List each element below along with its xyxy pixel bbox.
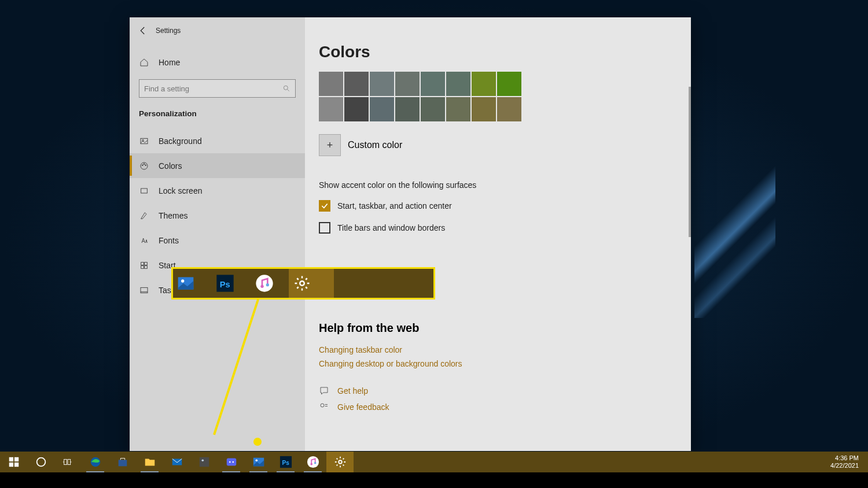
color-swatch[interactable] bbox=[370, 97, 394, 121]
color-swatch[interactable] bbox=[472, 97, 496, 121]
folder-icon bbox=[144, 456, 156, 468]
svg-point-50 bbox=[310, 463, 312, 465]
fonts-icon bbox=[139, 235, 149, 246]
discord-icon bbox=[225, 456, 238, 468]
svg-rect-30 bbox=[9, 463, 13, 467]
svg-text:Ps: Ps bbox=[282, 460, 289, 466]
search-input[interactable] bbox=[144, 84, 282, 93]
svg-rect-38 bbox=[118, 460, 127, 466]
clock-time: 4:36 PM bbox=[830, 454, 859, 462]
svg-point-49 bbox=[307, 456, 318, 468]
chat-icon bbox=[319, 386, 329, 396]
get-help-row[interactable]: Get help bbox=[319, 386, 691, 396]
checkbox-icon-unchecked bbox=[319, 222, 330, 234]
color-swatch[interactable] bbox=[370, 72, 394, 96]
color-swatch[interactable] bbox=[472, 72, 496, 96]
svg-point-43 bbox=[229, 461, 230, 463]
svg-rect-14 bbox=[145, 262, 148, 265]
color-swatch[interactable] bbox=[319, 72, 343, 96]
color-swatch[interactable] bbox=[395, 97, 420, 121]
nav-background[interactable]: Background bbox=[130, 128, 305, 153]
color-swatch[interactable] bbox=[344, 97, 369, 121]
photos-button[interactable] bbox=[245, 452, 272, 472]
discord-button[interactable] bbox=[218, 452, 245, 472]
color-swatch[interactable] bbox=[446, 97, 470, 121]
search-box[interactable] bbox=[139, 79, 296, 98]
callout-photoshop-icon: Ps bbox=[215, 273, 236, 294]
start-button[interactable] bbox=[0, 452, 27, 472]
circle-icon bbox=[35, 456, 47, 468]
color-swatch[interactable] bbox=[319, 97, 343, 121]
svg-point-10 bbox=[144, 163, 145, 164]
nav-colors[interactable]: Colors bbox=[130, 153, 305, 178]
task-view-icon bbox=[62, 456, 75, 468]
svg-point-11 bbox=[145, 164, 146, 165]
color-swatch[interactable] bbox=[344, 72, 369, 96]
windows-icon bbox=[8, 456, 20, 468]
explorer-button[interactable] bbox=[136, 452, 163, 472]
content-pane: Colors + Custom color Show accent color … bbox=[305, 17, 691, 451]
nav-themes[interactable]: Themes bbox=[130, 203, 305, 228]
app-button-1[interactable] bbox=[190, 452, 218, 472]
color-swatch[interactable] bbox=[497, 97, 521, 121]
svg-point-21 bbox=[181, 279, 184, 282]
photoshop-button[interactable]: Ps bbox=[272, 452, 299, 472]
themes-icon bbox=[139, 210, 149, 221]
picture-icon bbox=[139, 136, 149, 146]
help-link-taskbar-color[interactable]: Changing taskbar color bbox=[319, 345, 691, 354]
nav-item-label: Themes bbox=[159, 211, 188, 220]
desktop-background-streaks bbox=[694, 145, 775, 318]
svg-rect-13 bbox=[141, 262, 144, 265]
callout-itunes-icon bbox=[254, 273, 275, 294]
home-icon bbox=[139, 57, 149, 68]
help-heading: Help from the web bbox=[319, 321, 691, 335]
store-button[interactable] bbox=[109, 452, 136, 472]
svg-point-25 bbox=[260, 285, 263, 288]
svg-point-52 bbox=[339, 460, 342, 464]
checkbox-start-taskbar[interactable]: Start, taskbar, and action center bbox=[319, 200, 691, 212]
scrollbar[interactable] bbox=[687, 17, 691, 451]
nav-category: Personalization bbox=[130, 103, 305, 124]
edge-button[interactable] bbox=[82, 452, 109, 472]
system-tray[interactable]: 4:36 PM 4/22/2021 bbox=[830, 454, 868, 469]
search-icon bbox=[282, 84, 290, 93]
feedback-icon bbox=[319, 402, 329, 412]
nav-lock-screen[interactable]: Lock screen bbox=[130, 178, 305, 203]
svg-point-27 bbox=[300, 281, 304, 286]
task-view-button[interactable] bbox=[54, 452, 82, 472]
help-link-desktop-colors[interactable]: Changing desktop or background colors bbox=[319, 359, 691, 368]
cortana-button[interactable] bbox=[27, 452, 54, 472]
nav-home[interactable]: Home bbox=[130, 50, 305, 75]
color-swatch[interactable] bbox=[446, 72, 470, 96]
itunes-button[interactable] bbox=[299, 452, 326, 472]
checkbox-label: Title bars and window borders bbox=[337, 223, 445, 232]
bottom-black-bar bbox=[0, 472, 868, 488]
back-button[interactable] bbox=[130, 17, 156, 43]
clock-date: 4/22/2021 bbox=[830, 462, 859, 469]
color-swatch[interactable] bbox=[395, 72, 420, 96]
settings-button[interactable] bbox=[326, 452, 354, 472]
svg-point-24 bbox=[256, 275, 273, 291]
callout-settings-icon-active bbox=[289, 269, 334, 298]
palette-icon bbox=[139, 161, 149, 171]
accent-surfaces-heading: Show accent color on the following surfa… bbox=[319, 180, 691, 190]
custom-color-row: + Custom color bbox=[319, 134, 691, 156]
checkbox-icon-checked bbox=[319, 200, 330, 212]
checkbox-title-bars[interactable]: Title bars and window borders bbox=[319, 222, 691, 234]
color-swatch[interactable] bbox=[497, 72, 521, 96]
titlebar-left: Settings bbox=[130, 17, 305, 43]
svg-line-5 bbox=[288, 90, 289, 91]
nav-fonts[interactable]: Fonts bbox=[130, 228, 305, 253]
give-feedback-row[interactable]: Give feedback bbox=[319, 402, 691, 412]
scrollbar-thumb[interactable] bbox=[689, 87, 691, 237]
nav-item-label: Lock screen bbox=[159, 186, 202, 195]
svg-rect-34 bbox=[68, 459, 71, 464]
callout-zoom-inset: Ps bbox=[171, 267, 435, 300]
color-swatch[interactable] bbox=[421, 97, 445, 121]
custom-color-button[interactable]: + bbox=[319, 134, 341, 156]
color-swatch[interactable] bbox=[421, 72, 445, 96]
taskbar-left: Ps bbox=[0, 452, 354, 472]
svg-point-51 bbox=[314, 462, 316, 464]
mail-button[interactable] bbox=[163, 452, 190, 472]
itunes-icon bbox=[307, 456, 319, 468]
